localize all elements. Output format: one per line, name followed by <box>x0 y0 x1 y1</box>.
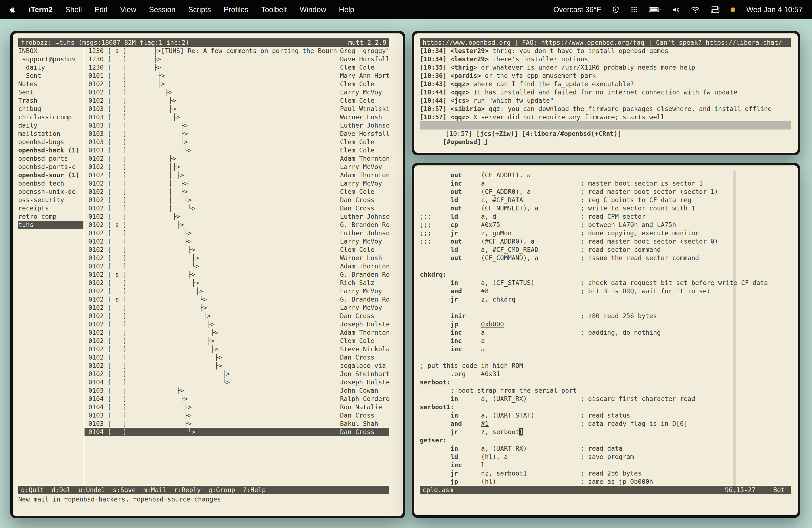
message-row[interactable]: 0103 [ ] ├>John Cowan <box>85 386 389 395</box>
shield-icon[interactable] <box>612 6 620 14</box>
message-row[interactable]: 0102 [ ] │ ├>Adam Thornton <box>85 171 389 179</box>
message-row[interactable]: 0102 [ ] ├>Clem Cole <box>85 97 389 105</box>
message-row[interactable]: 1230 [ ] ├>Clem Cole <box>85 63 389 72</box>
menu-item-scripts[interactable]: Scripts <box>188 5 211 14</box>
code-line: ld (hl), a ; save program <box>420 453 791 461</box>
message-row[interactable]: 0102 [ ] ├>Joseph Holste <box>85 320 389 328</box>
message-row[interactable]: 0101 [ ] ├>Mary Ann Hort <box>85 72 389 80</box>
message-row[interactable]: 0102 [ ] ├>Warner Losh <box>85 254 389 262</box>
message-row[interactable]: 0104 [ ] └>Joseph Holste <box>85 378 389 386</box>
menu-item-profiles[interactable]: Profiles <box>224 5 249 14</box>
control-center-icon[interactable] <box>711 6 720 13</box>
battery-icon[interactable] <box>649 6 661 13</box>
sender-name: Ralph Cordero <box>340 395 390 403</box>
message-row[interactable]: 0102 [ ] ├>Dan Cross <box>85 353 389 362</box>
message-row[interactable]: 0103 [ ] ├>Dave Horsfall <box>85 130 389 138</box>
message-row[interactable]: 0102 [ ] ├>Larry McVoy <box>85 237 389 246</box>
irc-message: [10:36] <pardis> or the vfs cpp amusemen… <box>420 72 791 80</box>
message-row[interactable]: 0104 [ ] └>Dan Cross <box>85 428 389 436</box>
menu-item-help[interactable]: Help <box>339 5 354 14</box>
sender-name: Dan Cross <box>340 196 375 204</box>
message-row[interactable]: 0103 [ ] ├>Luther Johnso <box>85 121 389 130</box>
menu-item-edit[interactable]: Edit <box>95 5 108 14</box>
vim-terminal-window[interactable]: out (CF_ADDR1), a inc a ; master boot se… <box>412 163 800 518</box>
thread-entry: 0103 [ ] └> <box>88 147 192 154</box>
menu-item-view[interactable]: View <box>120 5 136 14</box>
vim-status-spacer <box>453 486 725 494</box>
message-row[interactable]: 0102 [ ] │ ├>Clem Cole <box>85 188 389 196</box>
code-line: jr nz, serboot1 ; read 256 bytes <box>420 469 791 478</box>
message-row[interactable]: 0102 [ ] ├>segaloco via <box>85 362 389 370</box>
message-row[interactable]: 0104 [ ] ├>Ralph Cordero <box>85 395 389 403</box>
thread-entry: 0102 [ ] ├> <box>88 279 199 287</box>
sender-name: Greg 'groggy' <box>340 47 390 55</box>
mutt-terminal-window[interactable]: frobozz: =tuhs (msgs:18087 82M flag:1 in… <box>10 31 405 518</box>
message-row[interactable]: 0103 [ ] ├>Clem Cole <box>85 138 389 146</box>
code-line: serboot1: <box>420 403 791 411</box>
thread-entry: 0102 [ ] │ ├> <box>88 180 188 187</box>
irc-terminal-window[interactable]: https://www.openbsd.org | FAQ: https://w… <box>412 31 800 155</box>
message-row[interactable]: 0102 [ ] ├>Clem Cole <box>85 337 389 345</box>
irc-input-line[interactable]: [#openbsd] <box>420 130 487 153</box>
message-row[interactable]: 0102 [ s ] └>G. Branden Ro <box>85 295 389 304</box>
message-row[interactable]: 0103 [ ] ├>Dan Cross <box>85 411 389 420</box>
code-line: jp 0xb000 <box>420 320 791 328</box>
app-menu-iterm2[interactable]: iTerm2 <box>29 5 53 14</box>
message-row[interactable]: 0102 [ s ] ├>G. Branden Ro <box>85 221 389 229</box>
message-row[interactable]: 0102 [ ] ├>Dan Cross <box>85 312 389 320</box>
message-row[interactable]: 0102 [ ] ├>Larry McVoy <box>85 287 389 295</box>
wifi-icon[interactable] <box>691 6 700 13</box>
message-row[interactable]: 0102 [ ] ├>Steve Nickola <box>85 345 389 353</box>
message-row[interactable]: 0104 [ ] ├>Ron Natalie <box>85 403 389 411</box>
volume-icon[interactable] <box>672 6 680 14</box>
menu-item-shell[interactable]: Shell <box>66 5 82 14</box>
notification-dot-icon[interactable] <box>730 8 735 12</box>
message-row[interactable]: 0102 [ ] ├>Clem Cole <box>85 80 389 88</box>
vim-cursor: 1 <box>519 428 523 436</box>
message-row[interactable]: 0102 [ ] ├>Adam Thornton <box>85 328 389 337</box>
menu-item-window[interactable]: Window <box>300 5 326 14</box>
message-row[interactable]: 1230 [ ] ├>Dave Horsfall <box>85 55 389 63</box>
message-row[interactable]: 0103 [ ] ├>Paul Winalski <box>85 105 389 113</box>
menu-item-session[interactable]: Session <box>149 5 175 14</box>
vim-code-area[interactable]: out (CF_ADDR1), a inc a ; master boot se… <box>420 171 791 486</box>
message-row[interactable]: 0102 [ ] ├>Rich Salz <box>85 279 389 287</box>
code-line: serboot: <box>420 378 791 386</box>
message-row[interactable]: 0102 [ ] ├>Luther Johnso <box>85 229 389 237</box>
apple-menu-icon[interactable] <box>10 6 16 14</box>
message-row[interactable]: 0102 [ ] ├>Clem Cole <box>85 246 389 254</box>
message-row[interactable]: 0102 [ ] ├>Larry McVoy <box>85 88 389 97</box>
message-row[interactable]: 0102 [ ] ├>Larry McVoy <box>85 304 389 312</box>
message-row[interactable]: 0102 [ ] │ ├>Larry McVoy <box>85 179 389 188</box>
weather-status[interactable]: Overcast 36°F <box>553 5 601 14</box>
menu-bar-clock[interactable]: Wed Jan 4 10:57 <box>746 5 802 14</box>
sender-name: Larry McVoy <box>340 237 382 246</box>
message-row[interactable]: 0102 [ s ] ├>G. Branden Ro <box>85 270 389 279</box>
irc-status-bar: [10:57] [jcs(+Ziw)] [4:libera/#openbsd(+… <box>420 121 791 130</box>
message-row[interactable]: 0102 [ ] ├>Adam Thornton <box>85 155 389 163</box>
thread-entry: 0104 [ ] └> <box>88 428 195 436</box>
thread-entry: 0104 [ ] ├> <box>88 395 188 402</box>
message-row[interactable]: 1230 [ s ] ├>[TUHS] Re: A few comments o… <box>85 47 389 55</box>
message-row[interactable]: 0103 [ ] ├>Bakul Shah <box>85 420 389 428</box>
message-row[interactable]: 0102 [ ] │├>Larry McVoy <box>85 163 389 171</box>
thread-entry: 1230 [ ] ├> <box>88 64 161 71</box>
message-row[interactable]: 0103 [ ] └>Clem Cole <box>85 146 389 155</box>
message-row[interactable]: 0103 [ ] ├>Warner Losh <box>85 113 389 121</box>
code-line: inc a ; padding, do nothing <box>420 328 791 337</box>
thread-entry: 1230 [ s ] ├>[TUHS] Re: A few comments o… <box>88 47 337 54</box>
irc-message: [10:57] <qqz> X server did not require a… <box>420 113 791 121</box>
message-row[interactable]: 0102 [ ] ├>Jon Steinhart <box>85 370 389 378</box>
sender-name: Adam Thornton <box>340 328 390 337</box>
app-grid-icon[interactable] <box>630 6 638 13</box>
code-line: inc l <box>420 461 791 469</box>
vim-cursor-position: 96,15-27 <box>725 486 756 494</box>
message-row[interactable]: 0102 [ ] ├>Luther Johnso <box>85 212 389 221</box>
message-row[interactable]: 0102 [ ] │ ├>Dan Cross <box>85 196 389 204</box>
menu-item-toolbelt[interactable]: Toolbelt <box>261 5 287 14</box>
mutt-mailbox-info: frobozz: =tuhs (msgs:18087 82M flag:1 in… <box>21 39 189 47</box>
terminal-cursor <box>483 138 487 145</box>
message-row[interactable]: 0102 [ ] └>Adam Thornton <box>85 262 389 270</box>
message-row[interactable]: 0102 [ ] │ └>Dan Cross <box>85 204 389 212</box>
sender-name: Dave Horsfall <box>340 130 390 138</box>
